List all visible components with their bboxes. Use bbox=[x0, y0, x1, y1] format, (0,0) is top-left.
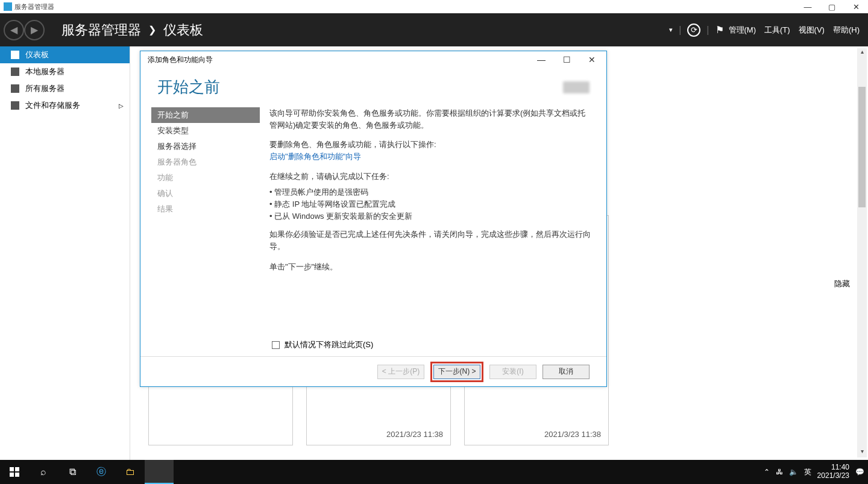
search-button[interactable]: ⌕ bbox=[29, 460, 58, 484]
previous-button: < 上一步(P) bbox=[377, 365, 424, 379]
add-roles-wizard-dialog: 添加角色和功能向导 — ☐ ✕ 开始之前 开始之前 安装类型 服务器选择 服务器… bbox=[140, 51, 607, 387]
wizard-step-results: 结果 bbox=[151, 201, 260, 217]
skip-page-checkbox[interactable] bbox=[272, 341, 280, 349]
next-button-highlight: 下一步(N) > bbox=[430, 362, 483, 382]
taskbar-clock[interactable]: 11:40 2021/3/23 bbox=[817, 464, 849, 480]
remove-roles-link[interactable]: 启动"删除角色和功能"向导 bbox=[269, 152, 361, 161]
wizard-steps: 开始之前 安装类型 服务器选择 服务器角色 功能 确认 结果 bbox=[151, 107, 260, 336]
tile-timestamp: 2021/3/23 11:38 bbox=[544, 430, 601, 439]
dialog-minimize-button[interactable]: — bbox=[530, 55, 552, 64]
breadcrumb-leaf[interactable]: 仪表板 bbox=[163, 21, 203, 39]
taskbar[interactable]: ⌕ ⧉ ⓔ 🗀 ⌃ 🖧 🔈 英 11:40 2021/3/23 💬 bbox=[0, 460, 868, 484]
server-icon bbox=[11, 68, 19, 76]
vertical-scrollbar[interactable]: ▴ ▾ bbox=[857, 48, 867, 457]
target-server-label bbox=[563, 81, 590, 93]
sidebar-item-label: 本地服务器 bbox=[25, 66, 64, 77]
sidebar-item-all-servers[interactable]: 所有服务器 bbox=[0, 80, 130, 97]
sidebar-item-file-storage[interactable]: 文件和存储服务 ▷ bbox=[0, 97, 130, 114]
svg-rect-0 bbox=[10, 467, 14, 471]
wizard-step-features: 功能 bbox=[151, 170, 260, 186]
next-button[interactable]: 下一步(N) > bbox=[433, 365, 480, 379]
wizard-bullet: 已从 Windows 更新安装最新的安全更新 bbox=[269, 210, 592, 222]
refresh-icon[interactable]: ⟳ bbox=[687, 24, 700, 37]
app-icon bbox=[4, 2, 12, 11]
svg-rect-2 bbox=[10, 473, 14, 477]
taskbar-ie[interactable]: ⓔ bbox=[87, 460, 116, 484]
tray-chevron-icon[interactable]: ⌃ bbox=[764, 468, 770, 476]
nav-forward-button[interactable]: ▶ bbox=[24, 20, 45, 40]
start-button[interactable] bbox=[0, 460, 29, 484]
task-view-icon: ⧉ bbox=[69, 467, 76, 477]
wizard-text: 单击"下一步"继续。 bbox=[269, 261, 592, 273]
wizard-bullet: 静态 IP 地址等网络设置已配置完成 bbox=[269, 198, 592, 210]
menu-manage[interactable]: 管理(M) bbox=[729, 25, 756, 36]
wizard-text: 该向导可帮助你安装角色、角色服务或功能。你需要根据组织的计算要求(例如共享文档或… bbox=[269, 107, 592, 131]
menu-help[interactable]: 帮助(H) bbox=[833, 25, 860, 36]
dialog-titlebar[interactable]: 添加角色和功能向导 — ☐ ✕ bbox=[140, 51, 606, 68]
chevron-right-icon: ▷ bbox=[119, 102, 124, 109]
network-icon[interactable]: 🖧 bbox=[776, 468, 783, 476]
dialog-maximize-button[interactable]: ☐ bbox=[556, 55, 577, 64]
volume-icon[interactable]: 🔈 bbox=[789, 468, 798, 476]
app-title: 服务器管理器 bbox=[14, 2, 54, 11]
wizard-step-confirm: 确认 bbox=[151, 186, 260, 201]
svg-rect-3 bbox=[15, 473, 19, 477]
sidebar-item-local-server[interactable]: 本地服务器 bbox=[0, 63, 130, 80]
dialog-close-button[interactable]: ✕ bbox=[581, 55, 603, 64]
windows-icon bbox=[10, 467, 19, 477]
scroll-down-icon[interactable]: ▾ bbox=[857, 448, 867, 457]
storage-icon bbox=[11, 101, 19, 110]
wizard-step-install-type[interactable]: 安装类型 bbox=[151, 123, 260, 139]
task-view-button[interactable]: ⧉ bbox=[58, 460, 87, 484]
svg-rect-1 bbox=[15, 467, 19, 471]
skip-page-label[interactable]: 默认情况下将跳过此页(S) bbox=[285, 339, 373, 350]
folder-icon: 🗀 bbox=[125, 467, 135, 477]
menu-tools[interactable]: 工具(T) bbox=[764, 25, 790, 36]
sidebar-item-label: 文件和存储服务 bbox=[25, 100, 80, 111]
search-icon: ⌕ bbox=[40, 467, 46, 477]
minimize-button[interactable]: — bbox=[796, 0, 820, 13]
dialog-button-bar: < 上一步(P) 下一步(N) > 安装(I) 取消 bbox=[140, 356, 606, 386]
header: ◀ ▶ 服务器管理器 ❯ 仪表板 ▾ | ⟳ | ⚑ 管理(M) 工具(T) 视… bbox=[0, 13, 868, 46]
flag-icon[interactable]: ⚑ bbox=[715, 24, 724, 36]
servers-icon bbox=[11, 84, 19, 93]
dashboard-icon bbox=[11, 51, 19, 59]
wizard-bullet: 管理员帐户使用的是强密码 bbox=[269, 186, 592, 198]
sidebar-item-label: 仪表板 bbox=[25, 49, 49, 60]
maximize-button[interactable]: ▢ bbox=[820, 0, 844, 13]
wizard-step-before-begin[interactable]: 开始之前 bbox=[151, 107, 260, 123]
dropdown-icon[interactable]: ▾ bbox=[669, 26, 673, 34]
nav-back-button[interactable]: ◀ bbox=[4, 20, 24, 40]
system-tray[interactable]: ⌃ 🖧 🔈 英 11:40 2021/3/23 💬 bbox=[764, 464, 868, 480]
sidebar-item-label: 所有服务器 bbox=[25, 83, 64, 94]
chevron-right-icon: ❯ bbox=[148, 24, 156, 36]
wizard-text: 要删除角色、角色服务或功能，请执行以下操作: bbox=[269, 139, 592, 151]
ime-indicator[interactable]: 英 bbox=[804, 467, 811, 477]
wizard-content: 该向导可帮助你安装角色、角色服务或功能。你需要根据组织的计算要求(例如共享文档或… bbox=[260, 107, 606, 336]
wizard-step-server-roles: 服务器角色 bbox=[151, 154, 260, 170]
clock-time: 11:40 bbox=[817, 464, 849, 472]
wizard-step-server-selection[interactable]: 服务器选择 bbox=[151, 139, 260, 154]
breadcrumb-root[interactable]: 服务器管理器 bbox=[61, 21, 141, 39]
tile-timestamp: 2021/3/23 11:38 bbox=[386, 430, 443, 439]
sidebar-item-dashboard[interactable]: 仪表板 bbox=[0, 46, 130, 63]
cancel-button[interactable]: 取消 bbox=[542, 365, 590, 379]
hide-link[interactable]: 隐藏 bbox=[834, 278, 850, 289]
wizard-text: 如果你必须验证是否已完成上述任何先决条件，请关闭向导，完成这些步骤，然后再次运行… bbox=[269, 228, 592, 253]
breadcrumb: 服务器管理器 ❯ 仪表板 bbox=[61, 21, 203, 39]
ie-icon: ⓔ bbox=[96, 466, 106, 479]
dialog-title: 添加角色和功能向导 bbox=[148, 55, 213, 65]
scroll-thumb[interactable] bbox=[858, 87, 866, 207]
wizard-text: 在继续之前，请确认完成以下任务: bbox=[269, 171, 592, 183]
dialog-heading: 开始之前 bbox=[157, 77, 220, 98]
app-titlebar: 服务器管理器 — ▢ ✕ bbox=[0, 0, 868, 13]
menu-view[interactable]: 视图(V) bbox=[799, 25, 825, 36]
scroll-up-icon[interactable]: ▴ bbox=[857, 48, 867, 58]
sidebar: 仪表板 本地服务器 所有服务器 文件和存储服务 ▷ bbox=[0, 46, 130, 460]
install-button: 安装(I) bbox=[489, 365, 536, 379]
action-center-icon[interactable]: 💬 bbox=[855, 468, 864, 476]
clock-date: 2021/3/23 bbox=[817, 472, 849, 480]
taskbar-server-manager[interactable] bbox=[145, 460, 174, 484]
close-button[interactable]: ✕ bbox=[844, 0, 868, 13]
taskbar-explorer[interactable]: 🗀 bbox=[116, 460, 145, 484]
